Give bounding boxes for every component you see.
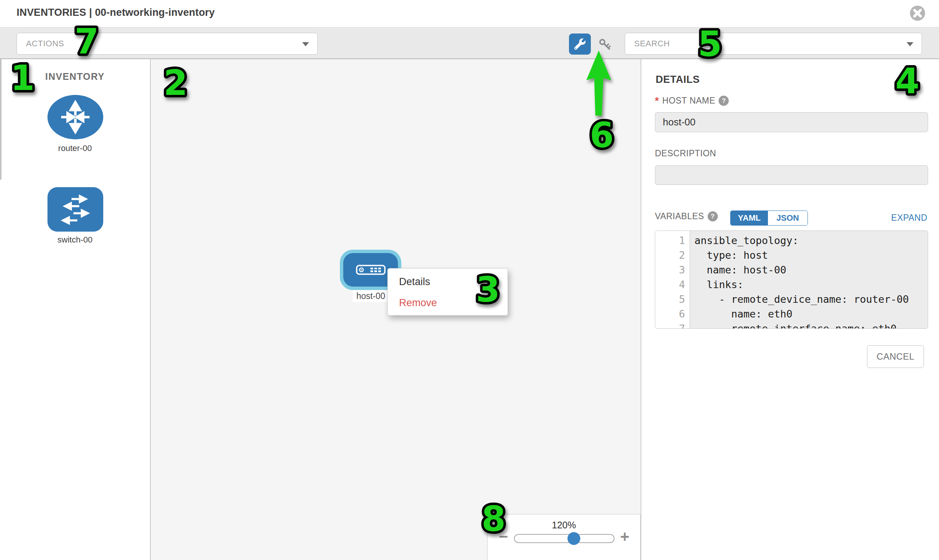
line-number: 1 xyxy=(655,233,689,248)
zoom-slider-thumb[interactable] xyxy=(567,532,580,545)
zoom-control-panel: 120% − + xyxy=(487,514,641,560)
zoom-in-button[interactable]: + xyxy=(618,529,631,545)
zoom-out-button[interactable]: − xyxy=(497,529,510,545)
top-header: INVENTORIES | 00-networking-inventory xyxy=(0,0,939,27)
code-line-numbers: 1 2 3 4 5 6 7 xyxy=(655,231,690,328)
palette-item-switch[interactable] xyxy=(48,187,103,232)
cancel-button[interactable]: CANCEL xyxy=(867,345,924,368)
code-line: links: xyxy=(694,277,928,292)
host-name-input[interactable] xyxy=(655,112,928,132)
question-circle-icon[interactable] xyxy=(708,211,718,222)
zoom-level-value: 120% xyxy=(487,520,640,531)
context-menu-item-remove[interactable]: Remove xyxy=(388,292,507,313)
topology-canvas[interactable]: host-00 Details Remove 120% − + xyxy=(151,59,641,560)
details-panel: DETAILS * HOST NAME DESCRIPTION VARIABLE… xyxy=(641,59,939,560)
details-panel-title: DETAILS xyxy=(656,74,700,86)
variables-format-toggle: YAML JSON xyxy=(730,211,808,226)
line-number: 5 xyxy=(655,292,689,306)
expand-link[interactable]: EXPAND xyxy=(891,213,927,223)
description-label-row: DESCRIPTION xyxy=(655,148,716,158)
actions-dropdown-label: ACTIONS xyxy=(26,33,64,54)
palette-item-router[interactable] xyxy=(48,95,103,139)
line-number: 3 xyxy=(655,263,689,277)
host-name-label-row: * HOST NAME xyxy=(655,95,729,106)
actions-dropdown[interactable]: ACTIONS xyxy=(17,33,318,55)
tools-button[interactable] xyxy=(569,34,591,55)
search-dropdown-label: SEARCH xyxy=(634,33,670,54)
wrench-icon xyxy=(574,38,586,50)
page-title: INVENTORIES | 00-networking-inventory xyxy=(17,7,215,18)
key-button[interactable] xyxy=(596,36,614,53)
chevron-down-icon xyxy=(907,42,913,46)
host-name-label: HOST NAME xyxy=(662,95,715,106)
line-number: 2 xyxy=(655,248,689,263)
code-line: name: host-00 xyxy=(694,263,928,277)
zoom-slider-track[interactable] xyxy=(514,534,615,543)
inventory-palette-sidebar: INVENTORY router-00 xyxy=(0,59,151,560)
code-line: name: eth0 xyxy=(694,306,928,321)
search-dropdown[interactable]: SEARCH xyxy=(625,33,922,55)
switch-icon xyxy=(57,193,94,226)
main-area: INVENTORY router-00 xyxy=(0,59,939,560)
code-line: ansible_topology: xyxy=(694,233,928,248)
code-lines: ansible_topology: type: host name: host-… xyxy=(690,231,928,328)
json-toggle-button[interactable]: JSON xyxy=(768,211,808,225)
line-number: 6 xyxy=(655,306,689,321)
close-button[interactable] xyxy=(910,5,925,21)
palette-item-switch-label: switch-00 xyxy=(0,235,150,245)
chevron-down-icon xyxy=(302,42,309,46)
key-icon xyxy=(598,38,611,51)
variables-label-row: VARIABLES xyxy=(655,211,718,222)
host-icon xyxy=(356,265,386,275)
yaml-toggle-button[interactable]: YAML xyxy=(731,211,768,225)
variables-code-editor[interactable]: 1 2 3 4 5 6 7 ansible_topology: type: ho… xyxy=(655,231,928,329)
toolbar: ACTIONS SEARCH xyxy=(0,27,939,59)
code-line: remote_interface_name: eth0 xyxy=(694,321,928,329)
host-node-label: host-00 xyxy=(353,290,389,302)
question-circle-icon[interactable] xyxy=(719,95,729,106)
context-menu-item-details[interactable]: Details xyxy=(388,271,507,292)
description-input[interactable] xyxy=(655,165,928,185)
code-line: - remote_device_name: router-00 xyxy=(694,292,928,306)
circle-close-icon xyxy=(910,5,925,21)
required-marker: * xyxy=(655,97,659,105)
palette-title: INVENTORY xyxy=(0,71,150,82)
variables-label: VARIABLES xyxy=(655,211,704,222)
line-number: 7 xyxy=(655,321,689,329)
node-context-menu: Details Remove xyxy=(387,268,508,315)
line-number: 4 xyxy=(655,277,689,292)
router-icon xyxy=(58,99,93,135)
description-label: DESCRIPTION xyxy=(655,148,716,158)
code-line: type: host xyxy=(694,248,928,263)
palette-item-router-label: router-00 xyxy=(0,143,150,153)
